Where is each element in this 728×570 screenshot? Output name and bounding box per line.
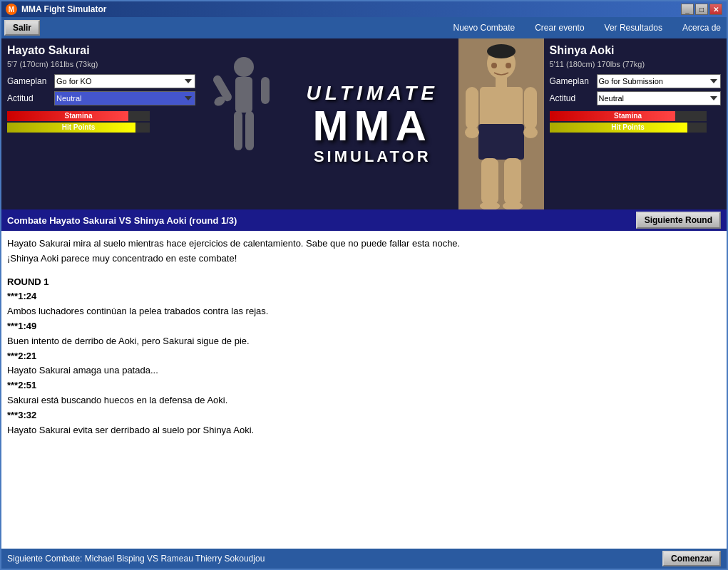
combat-log: Hayato Sakurai mira al suelo mientras ha… xyxy=(1,231,727,549)
nuevo-combate-menu[interactable]: Nuevo Combate xyxy=(450,21,518,34)
fighter-left-panel: Hayato Sakurai 5'7 (170cm) 161lbs (73kg)… xyxy=(1,38,201,209)
fighter-left-controls: Gameplan Go for KO Go for Submission Go … xyxy=(7,74,195,105)
next-fight-text: Siguiente Combate: Michael Bisping VS Ra… xyxy=(7,554,265,564)
svg-point-0 xyxy=(234,57,254,77)
fighter-photo-img xyxy=(458,38,544,209)
content-area: Combate Hayato Sakurai VS Shinya Aoki (r… xyxy=(1,209,727,549)
fighter-right-photo xyxy=(458,38,544,209)
actitud-right-select[interactable]: Neutral Aggressive Defensive xyxy=(597,91,722,105)
svg-point-22 xyxy=(506,63,511,68)
fighter-silhouette xyxy=(201,38,287,209)
combat-log-line: Buen intento de derribo de Aoki, pero Sa… xyxy=(7,334,721,349)
fighter-right-name: Shinya Aoki xyxy=(550,44,722,57)
crear-evento-menu[interactable]: Crear evento xyxy=(532,21,587,34)
logo-simulator: SIMULATOR xyxy=(307,147,439,166)
app-icon: M xyxy=(6,4,17,15)
status-bar: Siguiente Combate: Michael Bisping VS Ra… xyxy=(1,549,727,569)
fighter-left-name: Hayato Sakurai xyxy=(7,44,195,57)
svg-rect-13 xyxy=(466,87,478,130)
combat-log-line: Sakurai está buscando huecos en la defen… xyxy=(7,393,721,408)
fighter-area: Hayato Sakurai 5'7 (170cm) 161lbs (73kg)… xyxy=(1,38,727,209)
logo-container: ULTIMATE MMA SIMULATOR xyxy=(307,82,439,166)
hp-right-bar: Hit Points xyxy=(550,123,707,133)
combat-log-line: Hayato Sakurai evita ser derribado al su… xyxy=(7,423,721,438)
actitud-right-label: Actitud xyxy=(550,93,593,103)
menu-bar: Salir Nuevo Combate Crear evento Ver Res… xyxy=(1,17,727,38)
gameplan-left-label: Gameplan xyxy=(7,76,50,86)
combat-log-line: Ambos luchadores continúan la pelea trab… xyxy=(7,304,721,319)
combat-header: Combate Hayato Sakurai VS Shinya Aoki (r… xyxy=(1,209,727,231)
center-logo: ULTIMATE MMA SIMULATOR xyxy=(287,38,458,209)
fighter-right-controls: Gameplan Go for Submission Go for KO Go … xyxy=(550,74,722,105)
main-window: M MMA Fight Simulator _ □ ✕ Salir Nuevo … xyxy=(0,0,728,570)
combat-log-line: ***2:21 xyxy=(7,349,721,364)
combat-log-line: ***1:49 xyxy=(7,319,721,334)
logo-mma: MMA xyxy=(307,105,439,147)
svg-point-15 xyxy=(465,127,479,138)
menu-items: Nuevo Combate Crear evento Ver Resultado… xyxy=(450,21,724,34)
svg-rect-10 xyxy=(496,77,507,88)
maximize-button[interactable]: □ xyxy=(695,4,708,15)
combat-log-line: ***2:51 xyxy=(7,378,721,393)
actitud-left-select[interactable]: Neutral Aggressive Defensive xyxy=(54,91,195,105)
fighter-right-panel: Shinya Aoki 5'11 (180cm) 170lbs (77kg) G… xyxy=(544,38,727,209)
svg-point-16 xyxy=(523,127,538,138)
acerca-de-menu[interactable]: Acerca de xyxy=(680,21,724,34)
svg-rect-18 xyxy=(504,158,521,204)
hp-right-label: Hit Points xyxy=(550,123,707,133)
title-bar: M MMA Fight Simulator _ □ ✕ xyxy=(1,1,727,17)
combat-log-line: ¡Shinya Aoki parece muy concentrado en e… xyxy=(7,252,721,266)
stamina-left-label: Stamina xyxy=(7,111,150,121)
combat-log-line: ***3:32 xyxy=(7,408,721,423)
comenzar-button[interactable]: Comenzar xyxy=(662,551,721,566)
svg-rect-12 xyxy=(478,124,524,160)
stamina-right-label: Stamina xyxy=(550,111,707,121)
svg-rect-17 xyxy=(481,158,498,204)
actitud-right-row: Actitud Neutral Aggressive Defensive xyxy=(550,91,722,105)
hp-left-label: Hit Points xyxy=(7,123,150,133)
fighter-left-stats: 5'7 (170cm) 161lbs (73kg) xyxy=(7,60,195,68)
gameplan-left-select[interactable]: Go for KO Go for Submission Go for Decis… xyxy=(54,74,195,88)
combat-log-line xyxy=(7,266,721,272)
fighter-right-stats: 5'11 (180cm) 170lbs (77kg) xyxy=(550,60,722,68)
fighter-right-bars: Stamina Hit Points xyxy=(550,111,722,133)
gameplan-right-label: Gameplan xyxy=(550,76,593,86)
gameplan-left-row: Gameplan Go for KO Go for Submission Go … xyxy=(7,74,195,88)
minimize-button[interactable]: _ xyxy=(681,4,694,15)
combat-log-line: ***1:24 xyxy=(7,289,721,304)
combat-log-line: Hayato Sakurai mira al suelo mientras ha… xyxy=(7,237,721,252)
gameplan-right-select[interactable]: Go for Submission Go for KO Go for Decis… xyxy=(597,74,722,88)
svg-point-21 xyxy=(491,63,497,68)
actitud-left-label: Actitud xyxy=(7,93,50,103)
ver-resultados-menu[interactable]: Ver Resultados xyxy=(602,21,665,34)
hp-left-bar: Hit Points xyxy=(7,123,150,133)
stamina-left-bar: Stamina xyxy=(7,111,150,121)
actitud-left-row: Actitud Neutral Aggressive Defensive xyxy=(7,91,195,105)
aoki-figure-svg xyxy=(458,38,544,209)
stamina-right-bar: Stamina xyxy=(550,111,707,121)
svg-rect-1 xyxy=(235,77,252,113)
siguiente-round-button[interactable]: Siguiente Round xyxy=(636,212,721,229)
salir-button[interactable]: Salir xyxy=(4,20,40,36)
svg-rect-3 xyxy=(261,77,270,104)
window-title: MMA Fight Simulator xyxy=(21,4,681,14)
svg-rect-14 xyxy=(524,87,537,130)
window-controls: _ □ ✕ xyxy=(681,4,722,15)
svg-point-9 xyxy=(487,44,516,58)
silhouette-svg xyxy=(208,53,280,195)
svg-rect-5 xyxy=(245,111,254,150)
combat-title: Combate Hayato Sakurai VS Shinya Aoki (r… xyxy=(7,215,237,226)
gameplan-right-row: Gameplan Go for Submission Go for KO Go … xyxy=(550,74,722,88)
svg-rect-4 xyxy=(234,111,242,150)
combat-log-line: ROUND 1 xyxy=(7,275,721,290)
close-button[interactable]: ✕ xyxy=(709,4,722,15)
fighter-left-bars: Stamina Hit Points xyxy=(7,111,195,133)
combat-log-line: Hayato Sakurai amaga una patada... xyxy=(7,363,721,378)
